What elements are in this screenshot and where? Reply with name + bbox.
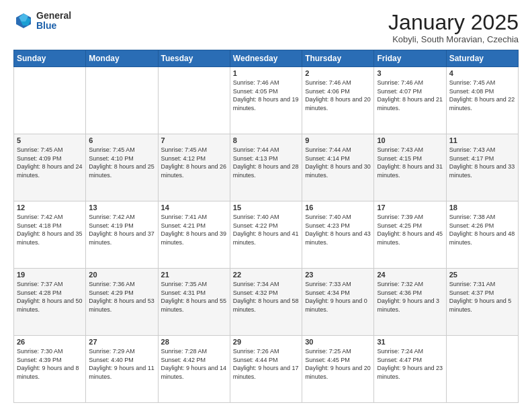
day-number: 24 xyxy=(377,271,443,279)
table-row: 11Sunrise: 7:43 AMSunset: 4:17 PMDayligh… xyxy=(446,134,518,201)
table-row: 6Sunrise: 7:45 AMSunset: 4:10 PMDaylight… xyxy=(86,134,158,201)
table-row: 26Sunrise: 7:30 AMSunset: 4:39 PMDayligh… xyxy=(14,336,86,403)
day-info: Sunrise: 7:42 AMSunset: 4:18 PMDaylight:… xyxy=(17,213,83,246)
day-info: Sunrise: 7:29 AMSunset: 4:40 PMDaylight:… xyxy=(89,347,154,381)
day-number: 14 xyxy=(161,203,227,212)
day-number: 12 xyxy=(17,203,83,212)
table-row: 3Sunrise: 7:46 AMSunset: 4:07 PMDaylight… xyxy=(374,67,446,134)
day-info: Sunrise: 7:46 AMSunset: 4:06 PMDaylight:… xyxy=(305,79,371,112)
table-row: 20Sunrise: 7:36 AMSunset: 4:29 PMDayligh… xyxy=(86,269,158,336)
day-number: 8 xyxy=(233,136,299,144)
day-number: 29 xyxy=(233,338,299,346)
calendar-header-row: Sunday Monday Tuesday Wednesday Thursday… xyxy=(14,50,519,67)
location-subtitle: Kobyli, South Moravian, Czechia xyxy=(388,34,519,44)
col-thursday: Thursday xyxy=(302,50,374,67)
day-number: 3 xyxy=(377,69,443,77)
table-row: 14Sunrise: 7:41 AMSunset: 4:21 PMDayligh… xyxy=(158,201,230,269)
table-row: 30Sunrise: 7:25 AMSunset: 4:45 PMDayligh… xyxy=(302,336,374,403)
day-number: 7 xyxy=(161,136,227,144)
day-number: 17 xyxy=(377,203,443,212)
logo: General Blue xyxy=(13,11,71,32)
table-row: 8Sunrise: 7:44 AMSunset: 4:13 PMDaylight… xyxy=(230,134,302,201)
calendar-week-row: 12Sunrise: 7:42 AMSunset: 4:18 PMDayligh… xyxy=(14,201,519,269)
day-number: 2 xyxy=(305,69,371,77)
table-row: 10Sunrise: 7:43 AMSunset: 4:15 PMDayligh… xyxy=(374,134,446,201)
day-number: 11 xyxy=(449,136,515,144)
table-row: 15Sunrise: 7:40 AMSunset: 4:22 PMDayligh… xyxy=(230,201,302,269)
day-info: Sunrise: 7:43 AMSunset: 4:15 PMDaylight:… xyxy=(377,146,443,179)
day-number: 28 xyxy=(161,338,227,346)
table-row: 21Sunrise: 7:35 AMSunset: 4:31 PMDayligh… xyxy=(158,269,230,336)
day-number: 23 xyxy=(305,271,371,279)
title-block: January 2025 Kobyli, South Moravian, Cze… xyxy=(388,11,519,44)
day-info: Sunrise: 7:31 AMSunset: 4:37 PMDaylight:… xyxy=(449,280,515,314)
table-row: 12Sunrise: 7:42 AMSunset: 4:18 PMDayligh… xyxy=(14,201,86,269)
month-title: January 2025 xyxy=(388,11,519,34)
table-row: 13Sunrise: 7:42 AMSunset: 4:19 PMDayligh… xyxy=(86,201,158,269)
day-info: Sunrise: 7:43 AMSunset: 4:17 PMDaylight:… xyxy=(449,146,515,179)
day-info: Sunrise: 7:45 AMSunset: 4:10 PMDaylight:… xyxy=(89,146,154,179)
day-info: Sunrise: 7:46 AMSunset: 4:05 PMDaylight:… xyxy=(233,79,299,112)
day-info: Sunrise: 7:45 AMSunset: 4:12 PMDaylight:… xyxy=(161,146,227,179)
day-info: Sunrise: 7:28 AMSunset: 4:42 PMDaylight:… xyxy=(161,347,227,381)
day-number: 19 xyxy=(17,271,83,279)
day-number: 10 xyxy=(377,136,443,144)
table-row: 19Sunrise: 7:37 AMSunset: 4:28 PMDayligh… xyxy=(14,269,86,336)
table-row xyxy=(158,67,230,134)
calendar-week-row: 1Sunrise: 7:46 AMSunset: 4:05 PMDaylight… xyxy=(14,67,519,134)
day-info: Sunrise: 7:42 AMSunset: 4:19 PMDaylight:… xyxy=(89,213,154,246)
day-info: Sunrise: 7:35 AMSunset: 4:31 PMDaylight:… xyxy=(161,280,227,314)
day-number: 4 xyxy=(449,69,515,77)
day-number: 20 xyxy=(89,271,154,279)
table-row: 27Sunrise: 7:29 AMSunset: 4:40 PMDayligh… xyxy=(86,336,158,403)
day-info: Sunrise: 7:45 AMSunset: 4:09 PMDaylight:… xyxy=(17,146,83,179)
table-row: 7Sunrise: 7:45 AMSunset: 4:12 PMDaylight… xyxy=(158,134,230,201)
day-info: Sunrise: 7:40 AMSunset: 4:22 PMDaylight:… xyxy=(233,213,299,246)
day-number: 9 xyxy=(305,136,371,144)
logo-blue-text: Blue xyxy=(36,21,71,31)
day-info: Sunrise: 7:44 AMSunset: 4:13 PMDaylight:… xyxy=(233,146,299,179)
logo-general-text: General xyxy=(36,11,71,21)
day-number: 18 xyxy=(449,203,515,212)
day-number: 22 xyxy=(233,271,299,279)
day-info: Sunrise: 7:32 AMSunset: 4:36 PMDaylight:… xyxy=(377,280,443,314)
day-info: Sunrise: 7:25 AMSunset: 4:45 PMDaylight:… xyxy=(305,347,371,381)
day-info: Sunrise: 7:36 AMSunset: 4:29 PMDaylight:… xyxy=(89,280,154,314)
day-number: 21 xyxy=(161,271,227,279)
day-number: 31 xyxy=(377,338,443,346)
day-number: 27 xyxy=(89,338,154,346)
table-row: 4Sunrise: 7:45 AMSunset: 4:08 PMDaylight… xyxy=(446,67,518,134)
col-sunday: Sunday xyxy=(14,50,86,67)
day-info: Sunrise: 7:39 AMSunset: 4:25 PMDaylight:… xyxy=(377,213,443,246)
table-row: 29Sunrise: 7:26 AMSunset: 4:44 PMDayligh… xyxy=(230,336,302,403)
table-row: 23Sunrise: 7:33 AMSunset: 4:34 PMDayligh… xyxy=(302,269,374,336)
logo-icon xyxy=(13,11,34,31)
table-row: 1Sunrise: 7:46 AMSunset: 4:05 PMDaylight… xyxy=(230,67,302,134)
day-number: 5 xyxy=(17,136,83,144)
col-saturday: Saturday xyxy=(446,50,518,67)
table-row: 9Sunrise: 7:44 AMSunset: 4:14 PMDaylight… xyxy=(302,134,374,201)
day-info: Sunrise: 7:45 AMSunset: 4:08 PMDaylight:… xyxy=(449,79,515,112)
day-number: 16 xyxy=(305,203,371,212)
calendar-table: Sunday Monday Tuesday Wednesday Thursday… xyxy=(13,50,519,403)
table-row: 18Sunrise: 7:38 AMSunset: 4:26 PMDayligh… xyxy=(446,201,518,269)
day-info: Sunrise: 7:33 AMSunset: 4:34 PMDaylight:… xyxy=(305,280,371,314)
day-number: 25 xyxy=(449,271,515,279)
day-info: Sunrise: 7:38 AMSunset: 4:26 PMDaylight:… xyxy=(449,213,515,246)
table-row: 16Sunrise: 7:40 AMSunset: 4:23 PMDayligh… xyxy=(302,201,374,269)
day-number: 6 xyxy=(89,136,154,144)
table-row xyxy=(86,67,158,134)
day-info: Sunrise: 7:30 AMSunset: 4:39 PMDaylight:… xyxy=(17,347,83,381)
day-info: Sunrise: 7:44 AMSunset: 4:14 PMDaylight:… xyxy=(305,146,371,179)
table-row: 28Sunrise: 7:28 AMSunset: 4:42 PMDayligh… xyxy=(158,336,230,403)
day-info: Sunrise: 7:40 AMSunset: 4:23 PMDaylight:… xyxy=(305,213,371,246)
day-info: Sunrise: 7:26 AMSunset: 4:44 PMDaylight:… xyxy=(233,347,299,381)
calendar-week-row: 26Sunrise: 7:30 AMSunset: 4:39 PMDayligh… xyxy=(14,336,519,403)
day-info: Sunrise: 7:41 AMSunset: 4:21 PMDaylight:… xyxy=(161,213,227,246)
col-monday: Monday xyxy=(86,50,158,67)
table-row: 22Sunrise: 7:34 AMSunset: 4:32 PMDayligh… xyxy=(230,269,302,336)
table-row: 2Sunrise: 7:46 AMSunset: 4:06 PMDaylight… xyxy=(302,67,374,134)
col-tuesday: Tuesday xyxy=(158,50,230,67)
table-row xyxy=(446,336,518,403)
day-number: 1 xyxy=(233,69,299,77)
